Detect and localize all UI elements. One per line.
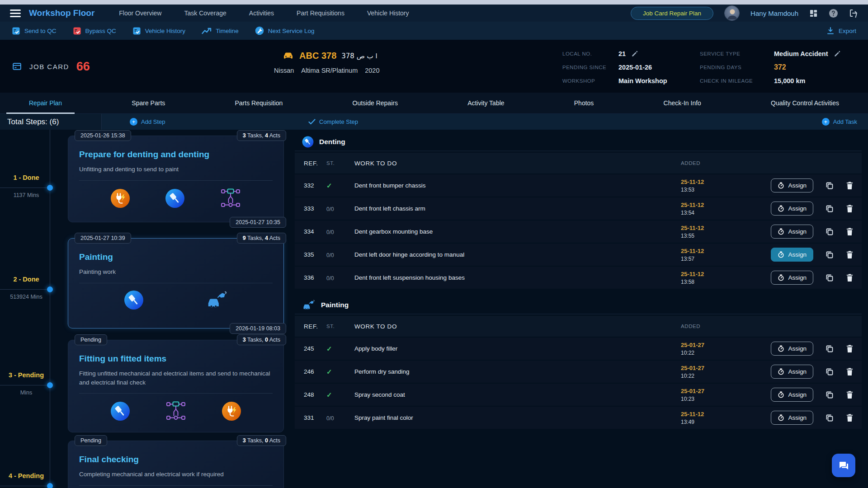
task-actions: Assign [749, 225, 862, 239]
delete-task-button[interactable] [846, 204, 854, 213]
copy-task-button[interactable] [825, 204, 834, 213]
delete-task-button[interactable] [846, 367, 854, 376]
tab-spare-parts[interactable]: Spare Parts [130, 93, 167, 113]
chat-button[interactable] [832, 454, 855, 477]
add-step-button[interactable]: + Add Step [130, 114, 165, 130]
assign-button[interactable]: Assign [771, 365, 813, 379]
assign-button[interactable]: Assign [771, 248, 813, 262]
step-card[interactable]: Pending3 Tasks, 0 ActsFinal checkingComp… [68, 441, 284, 488]
task-ref: 332 [295, 182, 326, 189]
assign-button[interactable]: Assign [771, 225, 813, 239]
task-row: 3350/0Dent left door hinge according to … [295, 243, 862, 266]
tab-parts-requisition[interactable]: Parts Requisition [233, 93, 285, 113]
hamburger-menu-icon[interactable] [10, 8, 21, 19]
task-added-datetime: 25-11-1213:54 [681, 202, 749, 216]
added-date: 25-01-27 [681, 365, 749, 371]
electrical-craft-icon [222, 401, 241, 421]
bypass-qc-label: Bypass QC [85, 28, 116, 34]
status-done-check-icon: ✓ [326, 182, 354, 190]
added-time: 13:57 [681, 256, 749, 262]
tab-quality-control-activities[interactable]: Quality Control Activities [769, 93, 841, 113]
delete-task-button[interactable] [846, 227, 854, 236]
tab-repair-plan[interactable]: Repair Plan [27, 93, 64, 113]
export-button[interactable]: Export [826, 27, 856, 35]
step-description: Painting work [79, 267, 273, 277]
info-value-text: 2025-01-26 [618, 64, 652, 71]
next-service-log-label: Next Service Log [268, 28, 315, 34]
delete-task-button[interactable] [846, 344, 854, 353]
delete-task-button[interactable] [846, 181, 854, 190]
bypass-qc-button[interactable]: Bypass QC [73, 26, 116, 35]
complete-step-button[interactable]: Complete Step [308, 114, 358, 130]
added-date: 25-11-12 [681, 178, 749, 185]
step-duration: 513924 Mins [0, 294, 52, 300]
task-actions: Assign [749, 388, 862, 402]
user-avatar[interactable] [724, 5, 740, 21]
task-row: 3360/0Dent front left suspension housing… [295, 266, 862, 289]
task-added-datetime: 25-11-1213:49 [681, 411, 749, 425]
delete-task-button[interactable] [846, 390, 854, 399]
copy-task-button[interactable] [825, 344, 834, 353]
send-to-qc-button[interactable]: Send to QC [12, 26, 57, 35]
edit-pencil-icon[interactable] [631, 50, 639, 57]
copy-task-button[interactable] [825, 227, 834, 236]
copy-task-button[interactable] [825, 181, 834, 190]
edit-pencil-icon[interactable] [834, 50, 841, 57]
assign-button[interactable]: Assign [771, 178, 813, 192]
step-card[interactable]: 2025-01-26 15:383 Tasks, 4 ActsPrepare f… [68, 136, 284, 222]
plus-icon: + [822, 118, 830, 126]
timeline-dot [47, 483, 53, 488]
assign-button[interactable]: Assign [771, 342, 813, 356]
job-card-repair-plan-button[interactable]: Job Card Repair Plan [631, 7, 713, 20]
assign-button[interactable]: Assign [771, 411, 813, 425]
tab-check-in-info[interactable]: Check-In Info [662, 93, 703, 113]
assign-button[interactable]: Assign [771, 271, 813, 285]
step-card[interactable]: Pending3 Tasks, 0 ActsFitting un fitted … [68, 340, 284, 432]
copy-task-button[interactable] [825, 273, 834, 282]
timeline-label: Timeline [216, 28, 239, 34]
info-value: Medium Accident [774, 50, 856, 57]
added-time: 10:23 [681, 396, 749, 402]
assign-button[interactable]: Assign [771, 202, 813, 216]
delete-task-button[interactable] [846, 413, 854, 422]
assign-label: Assign [788, 274, 807, 281]
vehicle-plate-block: ABC 378 ا ب ص 378 Nissan Altima SR/Plati… [274, 51, 380, 74]
nav-link-floor-overview[interactable]: Floor Overview [119, 9, 161, 17]
tab-outside-repairs[interactable]: Outside Repairs [351, 93, 400, 113]
task-actions: Assign [749, 178, 862, 192]
help-icon[interactable] [829, 9, 838, 18]
delete-task-button[interactable] [846, 250, 854, 259]
tab-photos[interactable]: Photos [572, 93, 596, 113]
nav-link-activities[interactable]: Activities [249, 9, 274, 17]
copy-task-button[interactable] [825, 367, 834, 376]
column-header: REF. [295, 160, 326, 167]
timeline-button[interactable]: Timeline [202, 26, 239, 35]
delete-task-button[interactable] [846, 273, 854, 282]
nav-link-part-requisitions[interactable]: Part Requisitions [297, 9, 344, 17]
vehicle-history-button[interactable]: Vehicle History [132, 26, 185, 35]
task-actions: Assign [749, 202, 862, 216]
nav-link-task-coverage[interactable]: Task Coverage [184, 9, 226, 17]
marker-line [0, 289, 50, 290]
copy-task-button[interactable] [825, 390, 834, 399]
next-service-log-button[interactable]: Next Service Log [255, 26, 315, 35]
status-count: 0/0 [326, 205, 354, 213]
apps-grid-icon[interactable] [809, 9, 818, 18]
section-header: Denting [295, 133, 862, 151]
step-marker-label: 1 - Done [0, 174, 52, 181]
add-task-button[interactable]: + Add Task [822, 114, 857, 130]
assign-button[interactable]: Assign [771, 388, 813, 402]
copy-task-button[interactable] [825, 250, 834, 259]
task-work-to-do: Dent gearbox mounting base [354, 228, 681, 235]
tab-activity-table[interactable]: Activity Table [466, 93, 506, 113]
top-nav-bar: Workshop Floor Floor OverviewTask Covera… [0, 5, 868, 22]
task-work-to-do: Dent front bumper chassis [354, 182, 681, 189]
table-header-row: REF.ST.WORK TO DOADDED [295, 316, 862, 337]
copy-task-button[interactable] [825, 413, 834, 422]
sign-out-icon[interactable] [849, 9, 858, 18]
denting-craft-icon [165, 188, 185, 208]
step-card[interactable]: 2025-01-27 10:399 Tasks, 4 ActsPaintingP… [68, 238, 284, 328]
nav-link-vehicle-history[interactable]: Vehicle History [367, 9, 409, 17]
info-label: SERVICE TYPE [700, 51, 769, 56]
status-count: 0/0 [326, 228, 354, 236]
